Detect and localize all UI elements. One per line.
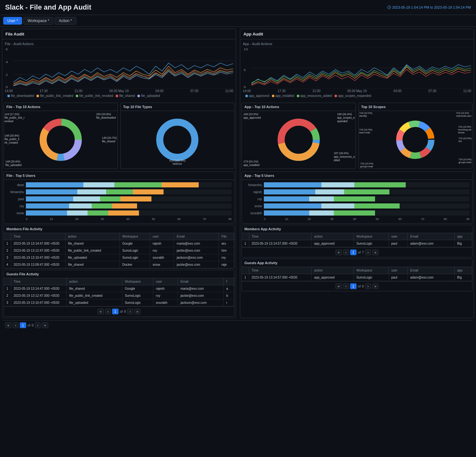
table-row: 2 2023-05-19 13:12:47.000 +0530 file_pub… <box>4 292 234 299</box>
app-sparkline: 10 5 0 <box>243 47 471 89</box>
bar-label-roy: roy <box>6 204 24 208</box>
guests-app-title: Guests App Activity <box>242 259 472 267</box>
page-total: 8 <box>124 310 126 313</box>
fm-first[interactable]: « <box>5 322 12 328</box>
svg-point-40 <box>406 131 424 149</box>
app-bar-chart: himanshu rajesh roy <box>242 180 472 223</box>
app-prev-page-btn[interactable]: ‹ <box>343 249 349 255</box>
svg-point-18 <box>168 130 187 149</box>
bar-row-roy-app: roy <box>244 196 470 201</box>
guests-app-prev-btn[interactable]: ‹ <box>343 283 349 289</box>
table-row: 1 2023-05-19 13:14:57.000 +0530 app_appr… <box>242 240 472 247</box>
svg-point-29 <box>289 130 308 149</box>
app-top5-users-title: App - Top 5 Users <box>242 172 472 180</box>
guests-file-pagination: « ‹ 1 of 8 › » <box>4 306 234 316</box>
app-page-of: of <box>358 250 361 254</box>
file-top5-users-title: File - Top 5 Users <box>4 172 234 180</box>
table-row: 3 2023-05-19 13:10:47.000 +0530 file_upl… <box>4 254 234 261</box>
file-types-donut: 419 (100.0%)text/csv <box>121 111 234 169</box>
clock-icon <box>387 5 391 9</box>
svg-text:5: 5 <box>244 68 246 72</box>
guests-app-pagination: « ‹ 1 of 8 › » <box>242 281 472 291</box>
guests-app-current-btn[interactable]: 1 <box>350 283 357 289</box>
col-action: action <box>65 233 119 240</box>
bar-row-dave: dave <box>6 182 232 187</box>
bar-label-snow: snow <box>6 211 24 215</box>
table-row: 1 2023-05-19 13:14:47.000 +0530 file_sha… <box>4 285 234 292</box>
bar-label-rajesh-app: rajesh <box>244 190 262 194</box>
file-top5-users: File - Top 5 Users dave himanshu <box>4 171 234 224</box>
tab-workspace[interactable]: Workspace * <box>23 17 53 25</box>
app-next-page-btn[interactable]: › <box>365 249 371 255</box>
last-page-btn[interactable]: » <box>134 309 141 314</box>
app-top10-scopes: Top 10 Scopes <box>358 103 473 169</box>
bar-label-himanshu-app: himanshu <box>244 183 262 187</box>
svg-text:0: 0 <box>6 85 8 89</box>
bar-track-snow-app <box>264 203 470 209</box>
svg-text:10: 10 <box>244 48 248 51</box>
app-current-page-btn[interactable]: 1 <box>350 249 357 255</box>
next-page-btn[interactable]: › <box>127 309 133 314</box>
guests-app-last-btn[interactable]: » <box>372 283 379 289</box>
file-subpanel-grid: File - Top 10 Actions <box>2 101 236 170</box>
app-first-page-btn[interactable]: « <box>335 249 342 255</box>
guests-file-data-table: Time action Workspace user Email f 1 202… <box>4 278 234 306</box>
time-range-text: 2023-05-18 1:54:14 PM to 2023-05-19 1:54… <box>392 5 471 9</box>
file-audit-panel: File Audit File - Audit Actions 6 4 2 0 <box>2 29 236 318</box>
guests-app-page-total: 8 <box>362 284 364 288</box>
bar-row-himanshu: himanshu <box>6 189 232 194</box>
tab-user[interactable]: User * <box>3 17 22 25</box>
bar-row-snow-app: snow <box>244 203 470 209</box>
col-email: Email <box>174 233 219 240</box>
app-top5-users: App - Top 5 Users himanshu rajesh <box>242 171 472 224</box>
prev-page-btn[interactable]: ‹ <box>105 309 111 314</box>
svg-text:6: 6 <box>6 48 8 51</box>
svg-text:2: 2 <box>6 73 8 76</box>
col-time: Time <box>11 233 65 240</box>
fm-last[interactable]: » <box>42 322 48 328</box>
col-num <box>4 233 11 240</box>
file-top10-actions: File - Top 10 Actions <box>4 103 118 169</box>
guests-app-first-btn[interactable]: « <box>335 283 342 289</box>
main-grid: File Audit File - Audit Actions 6 4 2 0 <box>0 27 476 320</box>
page-title: Slack - File and App Audit <box>5 3 91 12</box>
guests-app-page-of: of <box>358 284 361 288</box>
bar-label-paul: paul <box>6 197 24 201</box>
fm-prev[interactable]: ‹ <box>13 322 19 328</box>
current-page-btn[interactable]: 1 <box>112 309 119 314</box>
app-page-total: 7 <box>362 250 364 254</box>
app-subpanel-grid: App - Top 10 Actions 169 (23.5%)app_appr… <box>240 101 474 170</box>
members-app-table: Members App Activity Time action Workspa… <box>242 225 472 257</box>
bar-row-paul: paul <box>6 196 232 201</box>
svg-text:0: 0 <box>244 85 246 89</box>
app-donut-container: 169 (23.5%)app_approved 190 (26.4%)app_s… <box>242 111 356 169</box>
app-chart-axis: 14:0017:3021:0000:30 May 1904:0007:3011:… <box>243 89 471 93</box>
app-last-page-btn[interactable]: » <box>372 249 379 255</box>
fm-next[interactable]: › <box>35 322 41 328</box>
app-audit-title: App Audit <box>240 29 474 39</box>
fm-current[interactable]: 1 <box>20 322 26 328</box>
file-donut-svg <box>32 114 89 165</box>
bar-label-himanshu: himanshu <box>6 190 24 194</box>
bar-track-roy-app <box>264 196 470 201</box>
time-range: 2023-05-18 1:54:14 PM to 2023-05-19 1:54… <box>387 5 471 9</box>
bar-label-snow-app: snow <box>244 204 262 208</box>
file-top10-types: Top 10 File Types 419 (100.0%)text/csv <box>120 103 235 169</box>
bar-track-sourabh-app <box>264 210 470 216</box>
members-file-title: Members File Activity <box>4 225 234 233</box>
members-app-title: Members App Activity <box>242 225 472 233</box>
tab-action[interactable]: Action * <box>55 17 76 25</box>
app-audit-panel: App Audit App - Audit Actions 10 5 0 <box>240 29 474 318</box>
first-page-btn[interactable]: « <box>97 309 104 314</box>
guests-app-data-table: Time action Workspace user Email app 1 2… <box>242 267 472 281</box>
file-members-pagination-row: « ‹ 1 of 8 › » <box>0 320 476 333</box>
guests-file-title: Guests File Activity <box>4 270 234 278</box>
guests-app-next-btn[interactable]: › <box>365 283 371 289</box>
svg-text:4: 4 <box>6 60 8 64</box>
table-row: 4 2023-05-19 13:08:47.000 +0530 file_sha… <box>4 261 234 268</box>
header: Slack - File and App Audit 2023-05-18 1:… <box>0 0 476 15</box>
tab-bar: User * Workspace * Action * <box>0 15 476 27</box>
bar-track-paul <box>26 196 232 201</box>
file-sparkline: 6 4 2 0 <box>5 47 233 89</box>
app-top10-actions: App - Top 10 Actions 169 (23.5%)app_appr… <box>242 103 356 169</box>
